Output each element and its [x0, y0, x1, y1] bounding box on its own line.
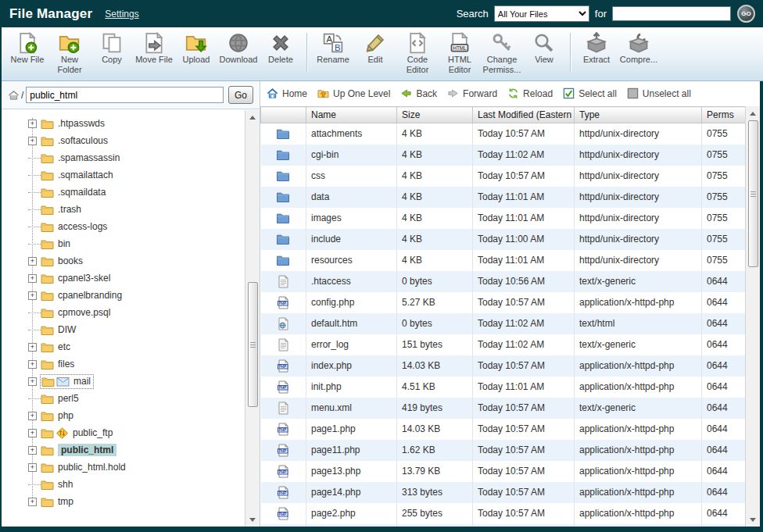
- expand-plus-icon[interactable]: +: [28, 429, 37, 437]
- move-file-icon: [143, 32, 165, 54]
- expand-plus-icon[interactable]: +: [28, 291, 37, 300]
- toolbar-button-extract[interactable]: Extract: [575, 31, 618, 65]
- expand-plus-icon[interactable]: +: [28, 463, 37, 472]
- tree-item-public-html-hold[interactable]: +public_html.hold: [28, 459, 245, 476]
- table-row-init-php[interactable]: PHPinit.php4.51 KBToday 11:01 AMapplicat…: [261, 377, 746, 398]
- expand-plus-icon[interactable]: +: [28, 498, 37, 506]
- expand-plus-icon[interactable]: +: [28, 343, 37, 352]
- table-row-attachments[interactable]: attachments4 KBToday 10:57 AMhttpd/unix-…: [261, 123, 746, 145]
- table-row-menu-xml[interactable]: menu.xml419 bytesToday 10:57 AMtext/x-ge…: [261, 398, 746, 419]
- nav-item-home[interactable]: Home: [267, 87, 307, 99]
- table-row-default-htm[interactable]: default.htm0 bytesToday 11:02 AMtext/htm…: [261, 313, 746, 334]
- toolbar-button-code-editor[interactable]: Code Editor: [396, 31, 439, 74]
- toolbar-button-copy[interactable]: Copy: [91, 31, 133, 65]
- path-input[interactable]: [26, 87, 224, 103]
- nav-item-forward[interactable]: Forward: [447, 87, 497, 99]
- nav-item-unselect-all[interactable]: Unselect all: [627, 87, 691, 99]
- search-go-button[interactable]: GO: [737, 5, 755, 23]
- tree-scroll-down-button[interactable]: [249, 515, 256, 524]
- table-row-page2-php[interactable]: PHPpage2.php255 bytesToday 10:57 AMappli…: [261, 503, 746, 524]
- table-row-page11-php[interactable]: PHPpage11.php1.62 KBToday 10:57 AMapplic…: [261, 440, 746, 461]
- tree-item-etc[interactable]: +etc: [28, 338, 245, 355]
- tree-item-spamassassin[interactable]: .spamassassin: [28, 149, 245, 166]
- expand-plus-icon[interactable]: +: [28, 412, 37, 420]
- table-row-data[interactable]: data4 KBToday 11:01 AMhttpd/unix-directo…: [261, 187, 746, 208]
- column-header-size[interactable]: Size: [397, 107, 473, 123]
- tree-scrollbar[interactable]: [245, 110, 260, 527]
- search-scope-select[interactable]: All Your Files: [494, 5, 589, 22]
- nav-item-up-one-level[interactable]: Up One Level: [317, 87, 390, 99]
- expand-plus-icon[interactable]: +: [28, 120, 37, 128]
- expand-plus-icon[interactable]: +: [28, 274, 37, 283]
- table-row-config-php[interactable]: PHPconfig.php5.27 KBToday 10:57 AMapplic…: [261, 292, 746, 313]
- tree-item-files[interactable]: +files: [28, 355, 245, 373]
- column-header-type[interactable]: Type: [575, 107, 702, 123]
- table-row-page14-php[interactable]: PHPpage14.php313 bytesToday 10:57 AMappl…: [261, 482, 746, 503]
- table-row-page1-php[interactable]: PHPpage1.php14.03 KBToday 10:57 AMapplic…: [261, 419, 746, 440]
- table-scroll-up-button[interactable]: [750, 109, 756, 118]
- tree-item-sqmailattach[interactable]: .sqmailattach: [28, 166, 245, 184]
- tree-scroll-up-button[interactable]: [249, 112, 256, 122]
- tree-item-trash[interactable]: .trash: [28, 201, 245, 218]
- toolbar-button-edit[interactable]: Edit: [354, 31, 396, 65]
- nav-item-select-all[interactable]: Select all: [563, 87, 617, 99]
- tree-item-mail[interactable]: +mail: [28, 373, 245, 390]
- tree-item-perl5[interactable]: perl5: [28, 390, 245, 407]
- path-go-button[interactable]: Go: [228, 86, 253, 104]
- nav-item-reload[interactable]: Reload: [507, 87, 553, 99]
- expand-plus-icon[interactable]: +: [28, 377, 37, 386]
- tree-item-softaculous[interactable]: +.softaculous: [28, 132, 245, 149]
- table-row-error-log[interactable]: error_log151 bytesToday 11:02 AMtext/x-g…: [261, 334, 746, 355]
- table-row-htaccess[interactable]: .htaccess0 bytesToday 10:56 AMtext/x-gen…: [261, 271, 746, 292]
- table-row-page13-php[interactable]: PHPpage13.php13.79 KBToday 10:57 AMappli…: [261, 461, 746, 482]
- cell-size: 419 bytes: [397, 398, 473, 419]
- tree-item-cpmove-psql[interactable]: cpmove.psql: [28, 304, 245, 321]
- toolbar-button-upload[interactable]: Upload: [175, 31, 217, 65]
- column-header-perms[interactable]: Perms: [702, 107, 746, 123]
- tree-item-books[interactable]: +books: [28, 252, 245, 270]
- table-row-include[interactable]: include4 KBToday 11:00 AMhttpd/unix-dire…: [261, 229, 746, 250]
- tree-item-bin[interactable]: bin: [28, 235, 245, 252]
- tree-scrollbar-thumb[interactable]: [248, 282, 258, 407]
- table-scrollbar-thumb[interactable]: [748, 120, 758, 267]
- column-header-icon[interactable]: [261, 107, 306, 123]
- table-row-css[interactable]: css4 KBToday 10:57 AMhttpd/unix-director…: [261, 166, 746, 187]
- toolbar-button-delete[interactable]: Delete: [260, 31, 302, 65]
- cell-size: 313 bytes: [397, 482, 473, 503]
- tree-item-diw[interactable]: DIW: [28, 321, 245, 338]
- table-row-cgi-bin[interactable]: cgi-bin4 KBToday 11:02 AMhttpd/unix-dire…: [261, 145, 746, 166]
- tree-item-shh[interactable]: shh: [28, 476, 245, 493]
- tree-item-cpanelbranding[interactable]: +cpanelbranding: [28, 287, 245, 304]
- expand-plus-icon[interactable]: +: [28, 257, 37, 266]
- table-row-images[interactable]: images4 KBToday 11:01 AMhttpd/unix-direc…: [261, 208, 746, 229]
- expand-plus-icon[interactable]: +: [28, 446, 37, 455]
- toolbar-button-new-file[interactable]: New File: [6, 31, 48, 65]
- tree-item-public-ftp[interactable]: +public_ftp: [28, 424, 245, 441]
- tree-item-cpanel3-skel[interactable]: +cpanel3-skel: [28, 270, 245, 287]
- search-input[interactable]: [612, 6, 731, 21]
- table-scrollbar[interactable]: [745, 106, 760, 527]
- tree-item-htpasswds[interactable]: +.htpasswds: [28, 115, 245, 132]
- settings-link[interactable]: Settings: [105, 9, 138, 20]
- toolbar-button-new-folder[interactable]: New Folder: [48, 31, 91, 74]
- expand-plus-icon[interactable]: +: [28, 360, 37, 369]
- table-row-resources[interactable]: resources4 KBToday 11:01 AMhttpd/unix-di…: [261, 250, 746, 271]
- table-row-index-php[interactable]: PHPindex.php14.03 KBToday 10:57 AMapplic…: [261, 355, 746, 377]
- tree-item-public-html[interactable]: +public_html: [28, 441, 245, 459]
- nav-item-back[interactable]: Back: [400, 87, 437, 99]
- tree-item-php[interactable]: +php: [28, 407, 245, 424]
- toolbar-button-compre[interactable]: Compre...: [618, 31, 660, 65]
- toolbar-button-change-permiss[interactable]: Change Permiss...: [481, 31, 523, 74]
- column-header-name[interactable]: Name: [306, 107, 397, 123]
- toolbar-button-rename[interactable]: ABRename: [312, 31, 354, 65]
- toolbar-button-download[interactable]: Download: [217, 31, 260, 65]
- tree-item-tmp[interactable]: +tmp: [28, 493, 245, 510]
- toolbar-button-html-editor[interactable]: HTMLHTML Editor: [439, 31, 481, 74]
- column-header-last-modified-eastern-st[interactable]: Last Modified (Eastern St: [473, 107, 575, 123]
- toolbar-button-move-file[interactable]: Move File: [133, 31, 175, 65]
- tree-item-access-logs[interactable]: access-logs: [28, 218, 245, 235]
- expand-plus-icon[interactable]: +: [28, 137, 37, 145]
- table-scroll-down-button[interactable]: [750, 515, 756, 524]
- tree-item-sqmaildata[interactable]: .sqmaildata: [28, 184, 245, 201]
- toolbar-button-view[interactable]: View: [523, 31, 565, 65]
